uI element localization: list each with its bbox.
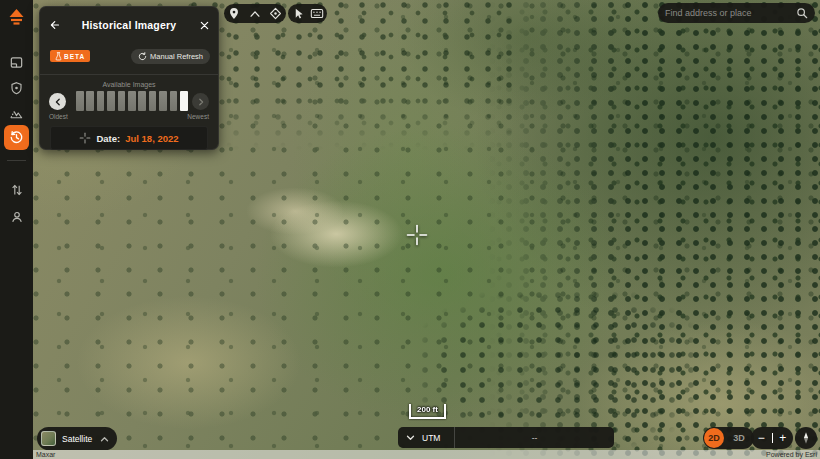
sidebar-item-basemap[interactable] <box>4 49 30 75</box>
oldest-label: Oldest <box>49 113 68 120</box>
forest-overlay-mid <box>420 290 700 450</box>
sidebar-item-terrain[interactable] <box>4 100 30 126</box>
app-logo[interactable] <box>6 8 27 28</box>
close-button[interactable] <box>196 17 212 33</box>
sidebar-item-account[interactable] <box>4 204 30 230</box>
keyboard-shortcuts-tool[interactable] <box>308 4 326 23</box>
image-thumb[interactable] <box>170 91 178 111</box>
scale-label: 200 ft <box>417 404 438 417</box>
back-button[interactable] <box>46 17 62 33</box>
image-thumb[interactable] <box>86 91 94 111</box>
keyboard-icon <box>310 8 324 19</box>
chevron-right-icon <box>197 98 205 106</box>
image-thumb[interactable] <box>128 91 136 111</box>
app-window: Historical Imagery BETA Manual Refresh A… <box>0 0 820 459</box>
scale-bar: 200 ft <box>409 404 446 419</box>
search-input[interactable] <box>665 8 796 18</box>
manual-refresh-label: Manual Refresh <box>150 52 203 61</box>
basemap-label: Satellite <box>62 434 94 444</box>
zoom-controls: − + <box>751 427 793 449</box>
zoom-out-button[interactable]: − <box>755 432 767 444</box>
close-icon <box>199 20 210 31</box>
pin-icon <box>228 7 240 20</box>
historical-imagery-panel: Historical Imagery BETA Manual Refresh A… <box>39 6 219 150</box>
image-thumb[interactable] <box>97 91 105 111</box>
navigate-tool[interactable] <box>267 4 285 23</box>
cursor-tools-group <box>288 4 327 23</box>
date-label: Date: <box>96 133 120 144</box>
chevron-up-icon <box>100 436 109 442</box>
zoom-in-button[interactable]: + <box>777 432 789 444</box>
track-tool[interactable] <box>246 4 264 23</box>
waypoint-pin-tool[interactable] <box>225 4 243 23</box>
beta-label: BETA <box>64 53 85 60</box>
back-arrow-icon <box>48 19 60 31</box>
panel-divider <box>40 74 218 75</box>
coord-value: -- <box>455 433 614 443</box>
image-thumb[interactable] <box>118 91 126 111</box>
search-bar <box>658 3 815 23</box>
strip-prev-button[interactable] <box>49 93 66 110</box>
compass-needle-icon <box>800 431 812 445</box>
sidebar-item-historical-imagery-active[interactable] <box>4 125 29 150</box>
coord-system-toggle[interactable] <box>398 435 422 441</box>
date-value: Jul 18, 2022 <box>125 133 178 144</box>
map-center-crosshair-icon <box>406 224 428 246</box>
beta-badge: BETA <box>50 50 90 62</box>
sidebar-item-sort[interactable] <box>4 177 30 203</box>
chevron-down-icon <box>406 435 415 441</box>
basemap-thumbnail <box>41 431 56 446</box>
panel-title: Historical Imagery <box>40 19 218 31</box>
zoom-divider <box>772 433 773 443</box>
cursor-icon <box>292 7 304 20</box>
view-2d-button[interactable]: 2D <box>704 428 724 448</box>
coord-system-label: UTM <box>422 433 454 443</box>
refresh-icon <box>138 52 147 61</box>
chevron-left-icon <box>54 98 62 106</box>
flask-icon <box>55 52 62 61</box>
coordinate-bar[interactable]: UTM -- <box>398 427 614 448</box>
basemap-window-icon <box>9 55 24 70</box>
newest-label: Newest <box>187 113 209 120</box>
image-thumb[interactable] <box>149 91 157 111</box>
strip-next-button[interactable] <box>192 93 209 110</box>
view-3d-button[interactable]: 3D <box>724 433 754 443</box>
image-thumb-selected[interactable] <box>180 91 188 111</box>
select-cursor-tool[interactable] <box>289 4 307 23</box>
map-tools-group <box>224 4 286 23</box>
history-clock-icon <box>9 130 24 145</box>
image-thumb[interactable] <box>107 91 115 111</box>
basemap-selector[interactable]: Satellite <box>37 427 117 450</box>
available-images-label: Available Images <box>40 81 218 88</box>
chevron-up-icon <box>249 8 261 20</box>
sort-arrows-icon <box>10 183 24 197</box>
sidebar-divider <box>7 160 26 161</box>
image-thumb[interactable] <box>76 91 84 111</box>
search-icon[interactable] <box>796 7 808 19</box>
shield-dot-icon <box>9 81 24 96</box>
manual-refresh-button[interactable]: Manual Refresh <box>131 49 210 64</box>
diamond-dot-icon <box>269 7 282 20</box>
image-thumb[interactable] <box>159 91 167 111</box>
attribution-left: Maxar <box>36 450 55 459</box>
mountains-icon <box>9 106 24 121</box>
view-mode-toggle: 2D 3D <box>703 427 754 449</box>
sidebar <box>0 0 33 459</box>
attribution-bar: Maxar Powered by Esri <box>33 450 820 459</box>
crosshair-icon <box>79 132 91 144</box>
date-display[interactable]: Date: Jul 18, 2022 <box>50 126 208 150</box>
sidebar-item-shield[interactable] <box>4 75 30 101</box>
panel-header: Historical Imagery <box>40 17 218 33</box>
person-icon <box>10 210 24 224</box>
attribution-right: Powered by Esri <box>766 450 817 459</box>
compass-button[interactable] <box>795 427 817 449</box>
image-thumb[interactable] <box>138 91 146 111</box>
